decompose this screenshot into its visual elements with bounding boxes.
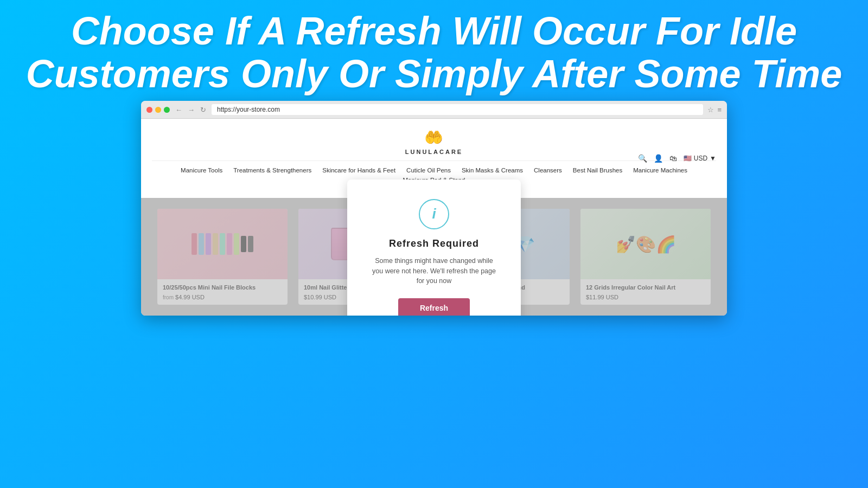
browser-chrome: ← → ↻ https://your-store.com ☆ ≡ (141, 101, 727, 119)
refresh-modal: i Refresh Required Some things might hav… (347, 179, 521, 316)
minimize-dot[interactable] (155, 107, 161, 113)
logo-icon: 🤲 (405, 129, 463, 146)
forward-button[interactable]: → (187, 106, 196, 114)
search-icon[interactable]: 🔍 (638, 154, 647, 163)
url-text: https://your-store.com (217, 106, 280, 113)
headline: Choose If A Refresh Will Occur For Idle … (0, 0, 868, 101)
nav-item-treatments[interactable]: Treatments & Strengtheners (228, 165, 317, 175)
nav-controls: ← → ↻ (174, 106, 207, 114)
store-logo: 🤲 LUNULACARE (405, 129, 463, 156)
main-content-area: 10/25/50pcs Mini Nail File Blocks from $… (141, 198, 727, 315)
nav-item-manicure-tools[interactable]: Manicure Tools (175, 165, 228, 175)
browser-actions: ☆ ≡ (707, 106, 722, 114)
menu-icon[interactable]: ≡ (717, 106, 722, 114)
info-icon: i (419, 199, 449, 229)
address-bar[interactable]: https://your-store.com (212, 104, 703, 115)
refresh-button[interactable]: Refresh (398, 298, 470, 316)
nav-item-cleansers[interactable]: Cleansers (528, 165, 567, 175)
star-icon[interactable]: ☆ (707, 106, 714, 114)
modal-icon-wrap: i (369, 199, 499, 229)
account-icon[interactable]: 👤 (654, 154, 663, 163)
logo-area: 🤲 LUNULACARE 🔍 👤 🛍 🇺🇸 USD ▼ (152, 124, 716, 160)
nav-item-machines[interactable]: Manicure Machines (628, 165, 693, 175)
modal-overlay: i Refresh Required Some things might hav… (141, 198, 727, 315)
modal-title: Refresh Required (369, 238, 499, 249)
nav-item-nail-brushes[interactable]: Best Nail Brushes (567, 165, 628, 175)
close-dot[interactable] (146, 107, 152, 113)
flag-icon: 🇺🇸 (684, 155, 692, 162)
currency-label: USD (694, 155, 707, 162)
header-icons: 🔍 👤 🛍 🇺🇸 USD ▼ (638, 154, 716, 163)
nav-item-skincare[interactable]: Skincare for Hands & Feet (317, 165, 401, 175)
maximize-dot[interactable] (164, 107, 170, 113)
browser-window: ← → ↻ https://your-store.com ☆ ≡ 🤲 LUNUL… (141, 101, 727, 315)
headline-line1: Choose If A Refresh Will Occur For Idle (22, 10, 846, 53)
cart-icon[interactable]: 🛍 (669, 154, 677, 163)
logo-text: LUNULACARE (405, 149, 463, 155)
modal-message: Some things might have changed while you… (369, 256, 499, 286)
nav-item-skin-masks[interactable]: Skin Masks & Creams (456, 165, 528, 175)
nav-item-cuticle-oil[interactable]: Cuticle Oil Pens (401, 165, 456, 175)
website-content: 🤲 LUNULACARE 🔍 👤 🛍 🇺🇸 USD ▼ (141, 119, 727, 315)
back-button[interactable]: ← (174, 106, 183, 114)
currency-selector[interactable]: 🇺🇸 USD ▼ (684, 155, 716, 162)
chevron-down-icon: ▼ (710, 155, 716, 162)
window-controls (146, 107, 170, 113)
reload-button[interactable]: ↻ (199, 106, 207, 114)
headline-line2: Customers Only Or Simply After Some Time (22, 53, 846, 95)
